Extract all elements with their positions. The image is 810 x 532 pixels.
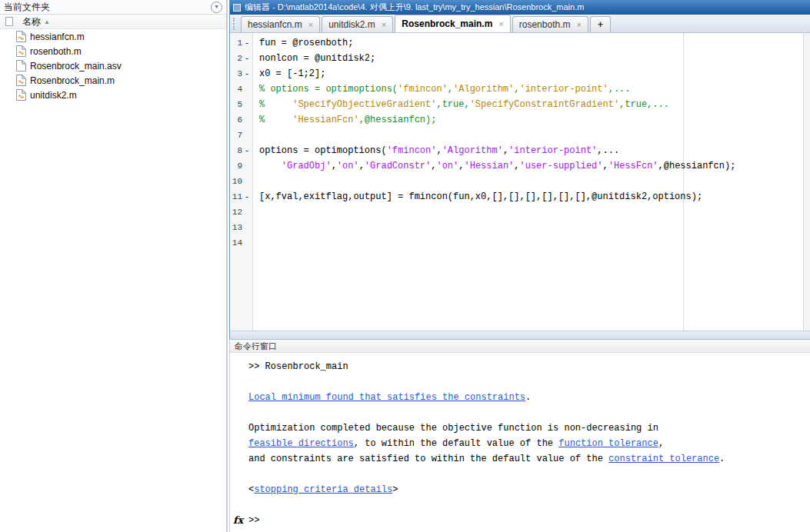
file-name: Rosenbrock_main.asv <box>30 61 122 71</box>
cmd-text: Optimization completed because the objec… <box>248 423 658 434</box>
exec-line-marker[interactable] <box>242 112 252 128</box>
tab-label: Rosenbrock_main.m <box>402 18 492 29</box>
command-prompt[interactable]: >> <box>248 513 259 528</box>
chevron-down-icon: ▾ <box>215 4 218 10</box>
tab-hessianfcn.m[interactable]: hessianfcn.m× <box>241 16 320 32</box>
file-name: rosenboth.m <box>30 46 82 57</box>
code-line[interactable]: % options = optimoptions('fmincon','Algo… <box>259 81 804 97</box>
code-lines: fun = @rosenboth;nonlcon = @unitdisk2;x0… <box>254 33 804 251</box>
exec-line-marker[interactable]: - <box>242 143 252 158</box>
matlab-file-icon <box>16 45 26 57</box>
column-label: 名称 <box>22 15 41 28</box>
tab-label: rosenboth.m <box>519 19 571 30</box>
panel-actions-button[interactable]: ▾ <box>211 2 222 13</box>
current-folder-panel: 当前文件夹 ▾ 名称 ▲ hessianfcn.mrosenboth.mRose… <box>0 0 228 532</box>
code-line[interactable]: % 'HessianFcn',@hessianfcn); <box>259 112 804 128</box>
code-line[interactable]: [x,fval,exitflag,output] = fmincon(fun,x… <box>259 189 804 204</box>
file-item[interactable]: rosenboth.m <box>0 44 226 58</box>
exec-line-marker[interactable] <box>242 204 252 220</box>
code-line[interactable] <box>259 220 804 235</box>
exec-line-marker[interactable] <box>242 235 252 251</box>
matlab-file-icon <box>16 31 26 42</box>
code-line[interactable]: x0 = [-1;2]; <box>259 66 804 81</box>
column-header-name[interactable]: 名称 ▲ <box>0 15 226 29</box>
line-number: 14 <box>230 235 242 251</box>
command-window-panel: 命令行窗口 >> Rosenbrock_mainLocal minimum fo… <box>229 339 810 532</box>
cmd-link[interactable]: feasible directions <box>248 438 354 449</box>
exec-line-marker[interactable] <box>242 97 252 112</box>
file-name: Rosenbrock_main.m <box>30 75 115 86</box>
cmd-link[interactable]: Local minimum found that satisfies the c… <box>248 392 525 403</box>
code-area[interactable]: 1-2-3-45678-91011-121314 fun = @rosenbot… <box>230 33 810 331</box>
exec-line-marker[interactable] <box>242 158 252 174</box>
cmd-output-line: and constraints are satisfied to within … <box>248 451 810 467</box>
code-line[interactable]: % 'SpecifyObjectiveGradient',true,'Speci… <box>259 97 804 112</box>
exec-line-marker[interactable] <box>242 174 252 189</box>
cmd-output-line: >> Rosenbrock_main <box>248 359 810 374</box>
code-line[interactable] <box>259 174 804 189</box>
exec-line-marker[interactable]: - <box>242 35 252 51</box>
cmd-output-line: <stopping criteria details> <box>248 482 810 497</box>
cmd-lines: >> Rosenbrock_mainLocal minimum found th… <box>248 359 810 497</box>
vertical-scrollbar[interactable] <box>803 33 810 331</box>
cmd-output-line <box>248 467 810 482</box>
line-number: 3 <box>230 66 242 81</box>
sort-ascending-icon: ▲ <box>44 18 50 25</box>
code-line[interactable] <box>259 204 804 220</box>
exec-line-marker[interactable]: - <box>242 66 252 81</box>
tab-close-icon[interactable]: × <box>576 20 581 29</box>
command-window-title: 命令行窗口 <box>235 341 277 352</box>
code-line[interactable]: options = optimoptions('fmincon','Algori… <box>259 143 804 158</box>
line-number: 10 <box>230 174 242 189</box>
cmd-text: , <box>658 438 664 449</box>
exec-line-marker[interactable] <box>242 220 252 235</box>
cmd-link[interactable]: stopping criteria details <box>254 484 392 495</box>
cmd-output-line: feasible directions, to within the defau… <box>248 436 810 451</box>
exec-line-marker[interactable] <box>242 81 252 97</box>
new-tab-button[interactable]: + <box>590 16 611 32</box>
cmd-link[interactable]: constraint tolerance <box>608 454 719 464</box>
line-number: 5 <box>230 97 242 112</box>
cmd-output-line: Optimization completed because the objec… <box>248 421 810 436</box>
editor-title-bar[interactable]: 编辑器 - D:\matlab2014a\code\4. 对偶上升\9. las… <box>230 0 810 15</box>
tab-rosenboth.m[interactable]: rosenboth.m× <box>512 16 588 32</box>
matlab-file-icon <box>16 75 26 86</box>
current-folder-header: 当前文件夹 ▾ <box>0 0 226 15</box>
gutter: 1-2-3-45678-91011-121314 <box>230 33 253 331</box>
cmd-text: >> Rosenbrock_main <box>248 361 348 372</box>
command-window-header[interactable]: 命令行窗口 <box>230 339 810 353</box>
tab-Rosenbrock_main.m[interactable]: Rosenbrock_main.m× <box>395 15 510 32</box>
code-line[interactable]: fun = @rosenboth; <box>259 35 804 51</box>
exec-line-marker[interactable] <box>242 128 252 143</box>
cmd-text: , to within the default value of the <box>354 438 558 449</box>
editor-panel: 编辑器 - D:\matlab2014a\code\4. 对偶上升\9. las… <box>229 0 810 339</box>
cmd-output-line: Local minimum found that satisfies the c… <box>248 390 810 405</box>
file-item[interactable]: Rosenbrock_main.asv <box>0 58 226 73</box>
line-number: 8 <box>230 143 242 158</box>
tab-close-icon[interactable]: × <box>382 20 386 29</box>
matlab-window: 当前文件夹 ▾ 名称 ▲ hessianfcn.mrosenboth.mRose… <box>0 0 810 532</box>
file-item[interactable]: hessianfcn.m <box>0 29 226 44</box>
cmd-text: > <box>392 484 398 495</box>
tab-close-icon[interactable]: × <box>498 19 503 28</box>
file-item[interactable]: unitdisk2.m <box>0 88 226 102</box>
tab-label: hessianfcn.m <box>248 19 302 30</box>
code-line[interactable] <box>259 128 804 143</box>
tab-label: unitdisk2.m <box>328 19 375 30</box>
horizontal-scrollbar[interactable] <box>230 331 810 339</box>
cmd-link[interactable]: function tolerance <box>558 438 658 449</box>
code-line[interactable]: nonlcon = @unitdisk2; <box>259 51 804 66</box>
exec-line-marker[interactable]: - <box>242 189 252 204</box>
editor-tab-bar: hessianfcn.m×unitdisk2.m×Rosenbrock_main… <box>230 15 810 33</box>
file-item[interactable]: Rosenbrock_main.m <box>0 73 226 88</box>
command-window-body[interactable]: >> Rosenbrock_mainLocal minimum found th… <box>230 353 810 532</box>
line-number: 9 <box>230 158 242 174</box>
line-number: 12 <box>230 204 242 220</box>
exec-line-marker[interactable]: - <box>242 51 252 66</box>
code-line[interactable] <box>259 235 804 251</box>
tab-unitdisk2.m[interactable]: unitdisk2.m× <box>322 16 393 32</box>
cmd-output-line <box>248 405 810 421</box>
file-name: unitdisk2.m <box>30 90 77 101</box>
code-line[interactable]: 'GradObj','on','GradConstr','on','Hessia… <box>259 158 804 174</box>
tab-close-icon[interactable]: × <box>308 20 313 29</box>
